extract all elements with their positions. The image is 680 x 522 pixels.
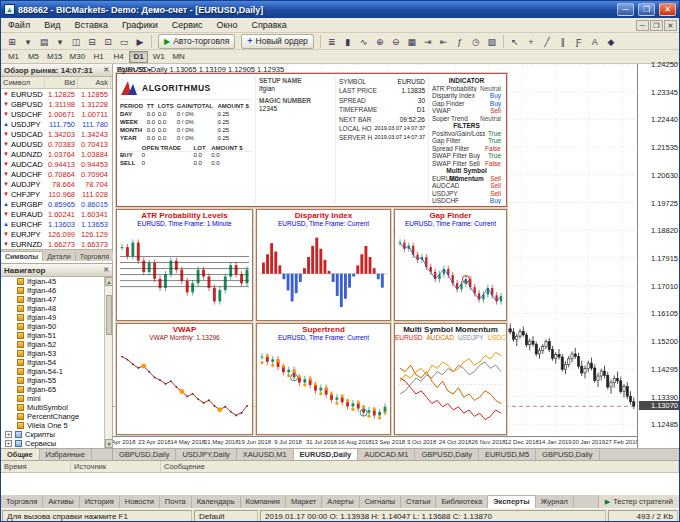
timeframe-m15[interactable]: M15	[44, 51, 66, 63]
market-watch-row[interactable]: ▼AUDNZD1.037641.03884	[1, 149, 112, 159]
terminal-tab[interactable]: Новости	[120, 496, 160, 508]
timeframe-m30[interactable]: M30	[67, 51, 89, 63]
market-watch-tab[interactable]: Детали	[43, 252, 75, 261]
timeframe-m5[interactable]: M5	[24, 51, 43, 63]
price-scale[interactable]: 1.242501.233451.224401.215351.206301.197…	[637, 64, 680, 448]
strategy-tester-button[interactable]: ▶Тестер стратегий	[598, 495, 679, 508]
new-chart-dropdown-icon[interactable]: ▾	[20, 34, 36, 49]
timeframe-mn[interactable]: MN	[169, 51, 188, 63]
market-watch-tab[interactable]: Символы	[1, 251, 43, 261]
chart-tab[interactable]: XAUUSD,M1	[237, 449, 294, 460]
terminal-tab[interactable]: Маркет	[286, 496, 322, 508]
navigator-item[interactable]: Ifgian-50	[1, 322, 112, 331]
navigator-item[interactable]: Ifgian-53	[1, 349, 112, 358]
chart-tab[interactable]: AUDCAD,M1	[358, 449, 415, 460]
status-profile[interactable]: Default	[194, 510, 258, 522]
navigator-item[interactable]: Ifgian-46	[1, 286, 112, 295]
close-icon[interactable]: ✕	[103, 66, 109, 74]
terminal-tab[interactable]: Статьи	[401, 496, 436, 508]
ea-name-label[interactable]: Ifgian-55 ▾	[117, 65, 151, 74]
chart-tab[interactable]: EURUSD,M5	[479, 449, 536, 460]
terminal-tab[interactable]: Сигналы	[360, 496, 401, 508]
terminal-toggle-icon[interactable]: ▭	[116, 34, 132, 49]
profiles-dropdown-icon[interactable]: ▾	[52, 34, 68, 49]
menu-item[interactable]: Графики	[115, 19, 165, 31]
close-icon[interactable]: ✕	[103, 266, 109, 274]
tile-windows-icon[interactable]: ▦	[404, 34, 420, 49]
mini-chart-panel[interactable]: Gap FinderEURUSD, Time Frame: Current	[394, 209, 507, 321]
navigator-header[interactable]: Навигатор ✕	[1, 264, 112, 277]
navigator-item[interactable]: Ifgian-52	[1, 340, 112, 349]
menu-item[interactable]: Вид	[37, 19, 67, 31]
scrollbar-thumb[interactable]	[106, 295, 112, 335]
close-button[interactable]: ✕	[659, 3, 676, 16]
crosshair-tool-icon[interactable]: +	[523, 34, 539, 49]
chart-tab[interactable]: GBPUSD,Daily	[113, 449, 176, 460]
new-chart-icon[interactable]: ⊞	[4, 34, 20, 49]
mini-chart-panel[interactable]: Disparity IndexEURUSD, Time Frame: Curre…	[256, 209, 391, 321]
mini-chart-panel[interactable]: ATR Probability LevelsEURUSD, Time Frame…	[116, 209, 253, 321]
market-watch-tab[interactable]: Торговля	[76, 252, 114, 261]
mdi-restore-button[interactable]: ❐	[650, 20, 663, 31]
navigator-item[interactable]: +Скрипты	[1, 430, 112, 439]
new-order-button[interactable]: +Новый ордер	[241, 34, 314, 49]
terminal-tab[interactable]: История	[80, 496, 120, 508]
menu-item[interactable]: Окно	[210, 19, 245, 31]
market-watch-row[interactable]: ▼CHFJPY110.968111.028	[1, 189, 112, 199]
market-watch-row[interactable]: ▼EURNZD1.662731.66373	[1, 239, 112, 249]
indicators-list-icon[interactable]: ƒ	[452, 34, 468, 49]
market-watch-row[interactable]: ▼AUDUSD0.703830.70413	[1, 139, 112, 149]
chart-tab[interactable]: EURUSD,Daily	[294, 449, 359, 460]
autotrade-button[interactable]: ▶Авто-торговля	[158, 34, 235, 49]
navigator-item[interactable]: Ifgian-45	[1, 277, 112, 286]
market-watch-header[interactable]: Обзор рынка: 14:07:31 ✕	[1, 64, 112, 77]
chart-tab[interactable]: GBPUSD,Daily	[415, 449, 478, 460]
auto-scroll-icon[interactable]: ⇥	[420, 34, 436, 49]
terminal-tab[interactable]: Торговля	[1, 496, 43, 508]
bar-chart-mode-icon[interactable]: ≣	[324, 34, 340, 49]
terminal-column-header[interactable]: Сообщение	[161, 461, 679, 472]
profiles-icon[interactable]: ▤	[36, 34, 52, 49]
navigator-scrollbar[interactable]: ▲ ▼	[104, 277, 112, 448]
navigator-item[interactable]: +Сервисы	[1, 439, 112, 448]
mini-chart-panel[interactable]: VWAPVWAP Monthly: 1.13296	[116, 323, 253, 435]
periods-list-icon[interactable]: ◷	[468, 34, 484, 49]
terminal-tab[interactable]: Компания	[241, 496, 286, 508]
navigator-item[interactable]: Ifgian-51	[1, 331, 112, 340]
column-header[interactable]: Bid	[45, 77, 78, 88]
menu-item[interactable]: Справка	[244, 19, 293, 31]
market-watch-row[interactable]: ▲USDJPY111.750111.780	[1, 119, 112, 129]
text-tool-icon[interactable]: A	[587, 34, 603, 49]
terminal-tab[interactable]: Календарь	[192, 496, 241, 508]
terminal-tab[interactable]: Активы	[43, 496, 79, 508]
mini-chart-panel[interactable]: SupertrendEURUSD, Time Frame: Current	[256, 323, 391, 435]
timeframe-m1[interactable]: M1	[4, 51, 23, 63]
market-watch-row[interactable]: ▼EURJPY126.099126.129	[1, 229, 112, 239]
terminal-column-header[interactable]: Источник	[71, 461, 161, 472]
terminal-tab[interactable]: Эксперты	[488, 495, 535, 508]
market-watch-row[interactable]: ▼EURUSD1.128251.12855	[1, 89, 112, 99]
time-scale[interactable]: 4 Apr 201823 Apr 201814 May 201831 May 2…	[113, 436, 637, 448]
fibonacci-tool-icon[interactable]: Ƒ	[571, 34, 587, 49]
navigator-item[interactable]: PercentChange	[1, 412, 112, 421]
menu-item[interactable]: Файл	[1, 19, 37, 31]
expand-icon[interactable]: +	[5, 431, 12, 438]
candlestick-mode-icon[interactable]: ▮	[340, 34, 356, 49]
title-bar[interactable]: ▲ 888662 - BICMarkets- Demo: Демо-счет -…	[1, 1, 679, 18]
scroll-down-icon[interactable]: ▼	[105, 439, 112, 448]
mdi-close-button[interactable]: ✕	[664, 20, 677, 31]
market-watch-row[interactable]: ▼AUDJPY78.66478.704	[1, 179, 112, 189]
arrows-tool-icon[interactable]: ◆	[603, 34, 619, 49]
minimize-button[interactable]: ─	[617, 3, 634, 16]
market-watch-row[interactable]: ▼AUDCHF0.708640.70904	[1, 169, 112, 179]
timeframe-h1[interactable]: H1	[89, 51, 108, 63]
templates-icon[interactable]: ▨	[484, 34, 500, 49]
navigator-item[interactable]: Ifgian-48	[1, 304, 112, 313]
timeframe-h4[interactable]: H4	[109, 51, 128, 63]
navigator-item[interactable]: Ifgian-54	[1, 358, 112, 367]
terminal-log[interactable]	[1, 473, 679, 495]
chart-shift-icon[interactable]: ⇤	[436, 34, 452, 49]
market-watch-row[interactable]: ▲EURCHF1.136031.13653	[1, 219, 112, 229]
navigator-item[interactable]: Ifgian-49	[1, 313, 112, 322]
market-watch-row[interactable]: ▼USDCHF1.006711.00711	[1, 109, 112, 119]
